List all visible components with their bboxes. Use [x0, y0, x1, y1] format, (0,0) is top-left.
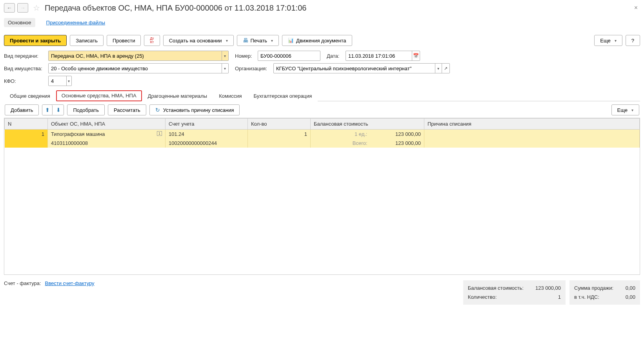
col-qty[interactable]: Кол-во [248, 119, 311, 130]
select-button[interactable]: Подобрать [67, 104, 104, 115]
transfer-type-field[interactable]: ▾ [48, 51, 229, 61]
transfer-type-label: Вид передачи: [4, 53, 45, 59]
calendar-icon[interactable]: 📅 [412, 51, 420, 60]
col-n[interactable]: N [5, 119, 48, 130]
tab-commission[interactable]: Комиссия [213, 90, 247, 101]
calculate-button[interactable]: Рассчитать [108, 104, 146, 115]
add-button[interactable]: Добавить [5, 104, 39, 115]
tab-precious[interactable]: Драгоценные материалы [142, 90, 213, 101]
summary-sale: Сумма продажи:0,00 в т.ч. НДС:0,00 [569, 280, 640, 305]
tab-accounting[interactable]: Бухгалтерская операция [248, 90, 318, 101]
post-close-button[interactable]: Провести и закрыть [4, 35, 67, 46]
nav-main[interactable]: Основное [4, 18, 35, 27]
favorite-star-icon[interactable]: ☆ [33, 3, 40, 13]
kfo-field[interactable]: ▾ [48, 76, 72, 86]
more-button[interactable]: Еще [594, 35, 622, 46]
chart-icon: 📊 [288, 38, 294, 43]
assets-table[interactable]: N Объект ОС, НМА, НПА Счет учета Кол-во … [4, 118, 640, 275]
arrow-up-icon: ⬆ [45, 107, 50, 113]
indicator-icon: 1 [157, 131, 162, 136]
save-button[interactable]: Записать [70, 35, 104, 46]
dropdown-icon[interactable]: ▾ [222, 51, 228, 60]
col-balance[interactable]: Балансовая стоимость [311, 119, 424, 130]
help-button[interactable]: ? [626, 35, 640, 46]
col-reason[interactable]: Причина списания [424, 119, 640, 130]
move-down-button[interactable]: ⬇ [53, 105, 64, 115]
invoice-link[interactable]: Ввести счет-фактуру [45, 280, 95, 286]
dropdown-icon[interactable]: ▾ [222, 64, 228, 73]
table-row[interactable]: 1 Типографская машина1 101.24 1 1 ед.:12… [5, 130, 640, 139]
table-row[interactable]: 4103110000008 10020000000000244 Всего:12… [5, 139, 640, 148]
org-label: Организация: [235, 66, 270, 71]
invoice-label: Счет - фактура: [4, 280, 41, 286]
property-type-field[interactable]: ▾ [48, 63, 229, 73]
col-object[interactable]: Объект ОС, НМА, НПА [48, 119, 166, 130]
date-label: Дата: [327, 53, 342, 59]
post-button[interactable]: Провести [107, 35, 141, 46]
dropdown-icon[interactable]: ▾ [435, 64, 442, 73]
reason-icon: ↻ [155, 107, 160, 113]
number-field[interactable] [258, 51, 320, 61]
tab-assets[interactable]: Основные средства, НМА, НПА [56, 90, 142, 101]
tab-general[interactable]: Общие сведения [4, 90, 56, 101]
col-account[interactable]: Счет учета [166, 119, 248, 130]
dtkt-icon: ДтКт [150, 37, 154, 44]
create-based-button[interactable]: Создать на основании [163, 35, 234, 46]
dropdown-icon[interactable]: ▾ [66, 76, 71, 86]
arrow-down-icon: ⬇ [56, 107, 61, 113]
number-label: Номер: [235, 53, 255, 59]
print-icon: 🖶 [243, 37, 248, 44]
open-icon[interactable]: ↗ [442, 64, 449, 73]
summary-balance: Балансовая стоимость:123 000,00 Количест… [463, 280, 566, 305]
tab-more-button[interactable]: Еще [611, 104, 639, 115]
property-type-label: Вид имущества: [4, 66, 45, 71]
dtkt-button[interactable]: ДтКт [144, 35, 160, 46]
movements-button[interactable]: 📊Движения документа [282, 35, 352, 46]
kfo-label: КФО: [4, 78, 45, 84]
forward-button[interactable]: → [17, 3, 28, 13]
date-field[interactable]: 📅 [346, 51, 420, 61]
page-title: Передача объектов ОС, НМА, НПА БУ00-0000… [45, 4, 629, 13]
set-reason-button[interactable]: ↻Установить причину списания [149, 104, 240, 115]
back-button[interactable]: ← [4, 3, 15, 13]
close-button[interactable]: × [632, 4, 640, 11]
nav-files[interactable]: Присоединенные файлы [42, 18, 109, 27]
move-up-button[interactable]: ⬆ [42, 105, 53, 115]
print-button[interactable]: 🖶Печать [237, 35, 279, 46]
org-field[interactable]: ▾ ↗ [273, 63, 450, 73]
